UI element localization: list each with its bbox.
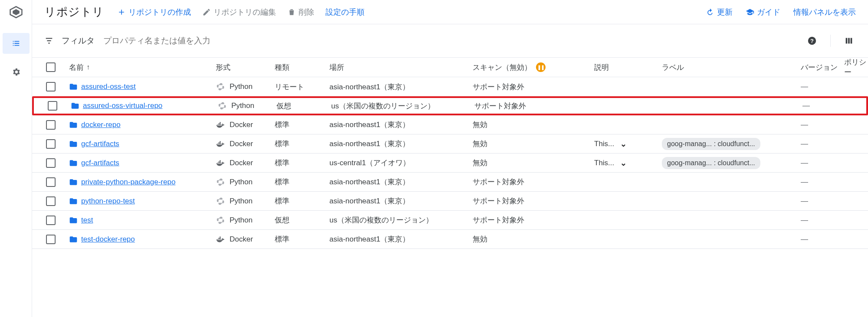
expand-description-button[interactable]: ⌄ (620, 158, 627, 168)
format-label: Docker (230, 140, 253, 148)
help-button[interactable]: ? (805, 34, 819, 48)
scan-cell: サポート対象外 (473, 177, 594, 187)
folder-icon (69, 159, 78, 167)
list-icon (11, 39, 21, 48)
scan-cell: 無効 (473, 139, 594, 149)
col-header-description[interactable]: 説明 (594, 62, 609, 72)
type-cell: 標準 (275, 177, 329, 187)
col-header-location[interactable]: 場所 (329, 63, 344, 72)
format-label: Python (231, 101, 254, 110)
format-label: Python (230, 197, 253, 206)
location-cell: asia-northeast1（東京） (329, 120, 473, 130)
location-cell: asia-northeast1（東京） (329, 177, 473, 187)
refresh-button[interactable]: 更新 (706, 7, 733, 17)
repository-link[interactable]: test (69, 216, 93, 225)
table-row: docker-repoDocker標準asia-northeast1（東京）無効… (32, 115, 868, 134)
setup-instructions-button[interactable]: 設定の手順 (326, 7, 365, 17)
folder-icon (69, 216, 78, 225)
version-cell: — (801, 82, 808, 91)
label-chip[interactable]: goog-manag... : cloudfunct... (662, 157, 760, 169)
repository-link[interactable]: gcf-artifacts (69, 140, 119, 148)
repository-name: test (81, 216, 93, 225)
row-checkbox[interactable] (46, 216, 56, 225)
gear-icon (11, 67, 21, 77)
row-checkbox[interactable] (46, 177, 56, 187)
python-icon (216, 216, 225, 225)
pause-icon: ❚❚ (536, 62, 546, 72)
col-header-scan[interactable]: スキャン（無効） (473, 62, 532, 72)
svg-text:?: ? (810, 38, 814, 44)
format-label: Python (230, 216, 253, 225)
label-chip[interactable]: goog-manag... : cloudfunct... (662, 138, 760, 150)
row-checkbox[interactable] (46, 120, 56, 130)
version-cell: — (801, 197, 808, 205)
version-cell: — (802, 101, 810, 110)
folder-icon (69, 82, 78, 91)
row-checkbox[interactable] (46, 235, 56, 244)
description-cell: This... (594, 140, 614, 148)
type-cell: 仮想 (276, 101, 331, 111)
python-icon (216, 196, 225, 206)
python-icon (216, 177, 225, 187)
scan-cell: サポート対象外 (474, 101, 596, 111)
column-chooser-button[interactable] (842, 34, 856, 48)
show-info-panel-button[interactable]: 情報パネルを表示 (793, 7, 856, 17)
type-cell: 標準 (275, 120, 329, 130)
select-all-checkbox[interactable] (46, 62, 56, 72)
repository-name: test-docker-repo (81, 235, 135, 244)
sidebar-item-settings[interactable] (3, 62, 30, 82)
expand-description-button[interactable]: ⌄ (620, 139, 627, 149)
scan-cell: サポート対象外 (473, 196, 594, 206)
repository-link[interactable]: python-repo-test (69, 197, 135, 206)
python-icon (217, 101, 227, 111)
repository-name: assured-oss-test (81, 82, 136, 91)
format-label: Python (230, 178, 253, 186)
row-checkbox[interactable] (46, 139, 56, 149)
location-cell: asia-northeast1（東京） (329, 196, 473, 206)
help-icon: ? (807, 36, 817, 46)
folder-icon (69, 197, 78, 206)
page-title: リポジトリ (44, 4, 104, 20)
filter-input[interactable] (103, 36, 286, 46)
edit-repository-button[interactable]: リポジトリの編集 (202, 7, 276, 17)
row-checkbox[interactable] (46, 158, 56, 168)
delete-button[interactable]: 削除 (287, 7, 314, 17)
pencil-icon (202, 8, 211, 16)
table-row: test-docker-repoDocker標準asia-northeast1（… (32, 230, 868, 249)
table-row: python-repo-testPython標準asia-northeast1（… (32, 192, 868, 211)
scan-cell: サポート対象外 (473, 215, 594, 225)
graduation-cap-icon (746, 8, 754, 16)
col-header-format[interactable]: 形式 (216, 62, 230, 72)
repository-link[interactable]: private-python-package-repo (69, 178, 175, 186)
col-header-labels[interactable]: ラベル (662, 63, 684, 72)
row-checkbox[interactable] (46, 82, 56, 92)
filter-icon (44, 36, 54, 46)
col-header-policy[interactable]: ポリシー (844, 58, 866, 76)
repository-link[interactable]: assured-oss-test (69, 82, 136, 91)
format-label: Python (230, 82, 253, 91)
repository-link[interactable]: docker-repo (69, 121, 121, 129)
type-cell: 標準 (275, 139, 329, 149)
format-label: Docker (230, 159, 253, 167)
row-checkbox[interactable] (48, 101, 57, 111)
sort-ascending-icon: ↑ (86, 63, 90, 71)
filter-label: フィルタ (62, 35, 95, 46)
col-header-name[interactable]: 名前↑ (69, 62, 90, 72)
version-cell: — (801, 235, 808, 243)
sidebar-item-repositories[interactable] (3, 33, 30, 54)
repository-link[interactable]: test-docker-repo (69, 235, 135, 244)
create-repository-button[interactable]: リポジトリの作成 (117, 7, 191, 17)
col-header-type[interactable]: 種類 (275, 63, 289, 72)
columns-icon (844, 36, 854, 46)
type-cell: 標準 (275, 158, 329, 168)
folder-icon (69, 140, 78, 148)
col-header-version[interactable]: バージョン (801, 63, 838, 72)
repository-link[interactable]: assured-oss-virtual-repo (71, 101, 162, 110)
repository-link[interactable]: gcf-artifacts (69, 159, 119, 167)
guide-button[interactable]: ガイド (746, 7, 780, 17)
version-cell: — (801, 140, 808, 148)
table-row: gcf-artifactsDocker標準us-central1（アイオワ）無効… (32, 154, 868, 173)
row-checkbox[interactable] (46, 196, 56, 206)
repository-name: gcf-artifacts (81, 140, 119, 148)
format-label: Docker (230, 235, 253, 244)
